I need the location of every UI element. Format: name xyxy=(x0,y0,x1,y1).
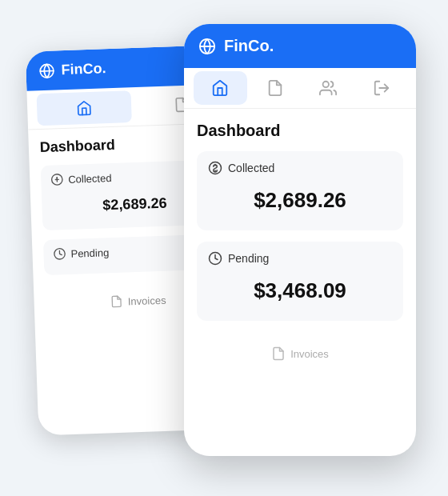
home-icon xyxy=(76,100,93,117)
front-pending-card: Pending $3,468.09 xyxy=(197,242,403,321)
front-collected-label: Collected xyxy=(208,161,392,175)
front-collected-value: $2,689.26 xyxy=(208,180,392,221)
globe-icon xyxy=(38,62,55,79)
dollar-icon-back xyxy=(50,173,64,186)
front-invoices-label: Invoices xyxy=(290,348,329,360)
front-header: FinCo. xyxy=(184,24,416,68)
front-bottom-nav[interactable]: Invoices xyxy=(197,332,403,375)
front-nav-home[interactable] xyxy=(194,71,247,105)
front-pending-value: $3,468.09 xyxy=(208,270,392,311)
invoice-icon-back xyxy=(110,295,124,309)
back-brand: FinCo. xyxy=(61,60,106,78)
front-nav-bar xyxy=(184,68,416,109)
phone-front: FinCo. xyxy=(184,24,416,456)
users-icon-front xyxy=(319,79,337,97)
clock-icon-back xyxy=(53,247,66,261)
front-collected-card: Collected $2,689.26 xyxy=(197,151,403,230)
front-pending-label: Pending xyxy=(208,251,392,266)
front-nav-users[interactable] xyxy=(302,68,355,108)
front-nav-docs[interactable] xyxy=(249,68,302,108)
scene: FinCo. Dashboard xyxy=(32,24,416,472)
front-content: Dashboard Collected $2,689.26 xyxy=(184,109,416,388)
clock-icon-front xyxy=(208,251,222,266)
invoice-icon-front xyxy=(271,346,286,361)
collected-label-text: Collected xyxy=(228,162,274,174)
home-icon-front xyxy=(211,79,229,97)
pending-label-text: Pending xyxy=(228,252,269,265)
front-brand: FinCo. xyxy=(224,37,274,55)
dollar-circle-icon xyxy=(208,161,222,175)
documents-icon-front xyxy=(266,79,284,97)
front-nav-logout[interactable] xyxy=(355,68,409,108)
logout-icon-front xyxy=(373,79,390,97)
back-nav-home[interactable] xyxy=(37,90,132,126)
globe-icon-front xyxy=(198,38,216,55)
svg-line-1 xyxy=(40,70,54,71)
svg-point-7 xyxy=(323,82,329,87)
front-page-title: Dashboard xyxy=(197,122,403,140)
